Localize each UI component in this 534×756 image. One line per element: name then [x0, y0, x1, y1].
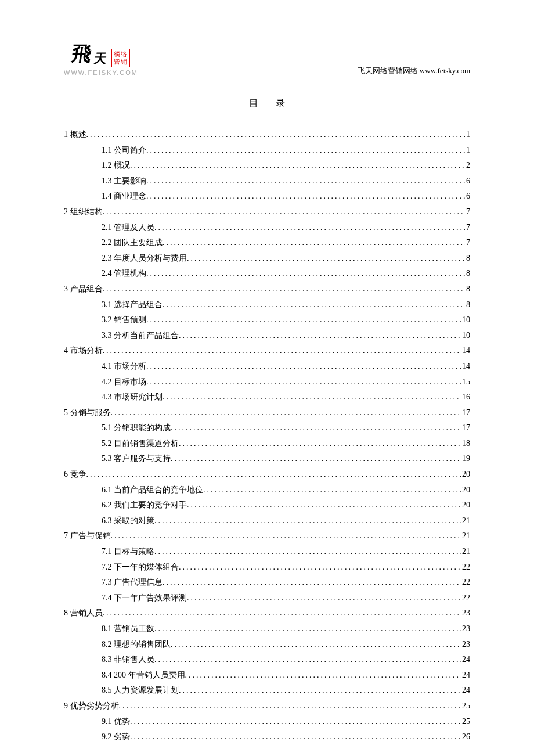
toc-page-number: 14	[461, 359, 470, 375]
toc-page-number: 1	[465, 143, 470, 159]
toc-entry: 4.3 市场研究计划16	[64, 390, 470, 405]
toc-label: 1.3 主要影响	[102, 174, 146, 189]
logo-url: WWW.FEISKY.COM	[64, 69, 138, 76]
toc-leader-dots	[146, 189, 465, 204]
toc-entry: 4.1 市场分析14	[64, 359, 470, 375]
toc-label: 8.2 理想的销售团队	[102, 637, 171, 653]
toc-label: 8.5 人力资源发展计划	[102, 683, 179, 699]
toc-label: 4.2 目标市场	[102, 375, 146, 390]
toc-leader-dots	[86, 467, 461, 483]
toc-entry: 8.5 人力资源发展计划24	[64, 683, 470, 699]
toc-page-number: 23	[461, 621, 470, 637]
toc-label: 2 组织结构	[64, 204, 103, 220]
toc-page-number: 23	[461, 637, 470, 653]
toc-leader-dots	[154, 621, 461, 637]
toc-leader-dots	[187, 498, 461, 513]
toc-label: 4.1 市场分析	[102, 359, 146, 375]
toc-entry: 7 广告与促销21	[64, 528, 470, 544]
toc-label: 1 概述	[64, 127, 86, 143]
toc-label: 8 营销人员	[64, 606, 103, 621]
toc-entry: 5.3 客户服务与支持19	[64, 451, 470, 467]
toc-entry: 5.2 目前销售渠道分析18	[64, 436, 470, 452]
toc-entry: 9.2 劣势26	[64, 729, 470, 745]
toc-page-number: 24	[461, 668, 470, 683]
toc-leader-dots	[179, 560, 461, 575]
toc-label: 6.3 采取的对策	[102, 513, 154, 529]
toc-page-number: 25	[461, 714, 470, 730]
toc-page-number: 22	[461, 591, 470, 606]
toc-leader-dots	[171, 420, 461, 436]
toc-page-number: 2	[465, 158, 470, 174]
toc-entry: 8.2 理想的销售团队23	[64, 637, 470, 653]
toc-entry: 1 概述1	[64, 127, 470, 143]
toc-label: 7.3 广告代理信息	[102, 575, 163, 591]
toc-leader-dots	[146, 359, 461, 375]
toc-label: 5.3 客户服务与支持	[102, 451, 171, 467]
toc-entry: 1.1 公司简介1	[64, 143, 470, 159]
toc-page-number: 22	[461, 560, 470, 575]
toc-leader-dots	[146, 312, 461, 328]
toc-entry: 7.4 下一年广告效果评测22	[64, 591, 470, 606]
toc-entry: 9 优势劣势分析25	[64, 699, 470, 714]
toc-leader-dots	[146, 375, 461, 390]
page-header: 飛 天 網络 營销 WWW.FEISKY.COM 飞天网络营销网络 www.fe…	[64, 41, 470, 80]
toc-leader-dots	[103, 343, 461, 359]
toc-page-number: 24	[461, 652, 470, 668]
toc-entry: 1.4 商业理念6	[64, 189, 470, 204]
toc-label: 2.4 管理机构	[102, 266, 146, 282]
toc-page-number: 20	[461, 467, 470, 483]
toc-leader-dots	[146, 174, 465, 189]
toc-label: 2.3 年度人员分析与费用	[102, 251, 187, 267]
logo-red-stamp: 網络 營销	[111, 49, 130, 67]
toc-page-number: 21	[461, 544, 470, 560]
toc-label: 5.2 目前销售渠道分析	[102, 436, 179, 452]
toc-label: 1.4 商业理念	[102, 189, 146, 204]
toc-leader-dots	[163, 297, 465, 313]
toc-leader-dots	[171, 451, 461, 467]
toc-label: 7 广告与促销	[64, 528, 111, 544]
toc-page-number: 25	[461, 699, 470, 714]
toc-label: 5 分销与服务	[64, 405, 111, 421]
toc-label: 1.2 概况	[102, 158, 130, 174]
toc-leader-dots	[119, 699, 461, 714]
toc-leader-dots	[179, 436, 461, 452]
toc-leader-dots	[103, 282, 466, 297]
toc-page-number: 7	[465, 220, 470, 236]
toc-page-number: 24	[461, 683, 470, 699]
toc-page-number: 8	[465, 297, 470, 313]
toc-leader-dots	[103, 606, 461, 621]
logo-red-line-1: 網络	[114, 51, 128, 58]
toc-leader-dots	[163, 390, 461, 405]
toc-label: 8.3 非销售人员	[102, 652, 154, 668]
toc-leader-dots	[103, 204, 466, 220]
toc-leader-dots	[130, 729, 461, 745]
toc-page-number: 10	[461, 328, 470, 344]
toc-label: 6.1 当前产品组合的竞争地位	[102, 483, 203, 498]
toc-page-number: 6	[465, 174, 470, 189]
toc-entry: 1.3 主要影响6	[64, 174, 470, 189]
toc-label: 1.1 公司简介	[102, 143, 146, 159]
toc-entry: 8.3 非销售人员24	[64, 652, 470, 668]
toc-page-number: 22	[461, 575, 470, 591]
toc-entry: 6.3 采取的对策21	[64, 513, 470, 529]
toc-entry: 2.2 团队主要组成7	[64, 235, 470, 251]
toc-entry: 3 产品组合8	[64, 282, 470, 297]
toc-page-number: 26	[461, 729, 470, 745]
toc-page-number: 7	[465, 204, 470, 220]
toc-entry: 3.2 销售预测10	[64, 312, 470, 328]
toc-entry: 7.3 广告代理信息22	[64, 575, 470, 591]
toc-leader-dots	[163, 235, 465, 251]
toc-page-number: 7	[465, 235, 470, 251]
toc-leader-dots	[187, 251, 465, 267]
toc-leader-dots	[185, 668, 461, 683]
toc-entry: 9.1 优势25	[64, 714, 470, 730]
toc-leader-dots	[154, 544, 461, 560]
toc-entry: 4 市场分析14	[64, 343, 470, 359]
toc-entry: 3.3 分析当前产品组合10	[64, 328, 470, 344]
toc-label: 4.3 市场研究计划	[102, 390, 163, 405]
toc-entry: 2.4 管理机构8	[64, 266, 470, 282]
toc-page-number: 20	[461, 483, 470, 498]
toc-label: 8.4 200 年营销人员费用	[102, 668, 185, 683]
toc-label: 9.1 优势	[102, 714, 130, 730]
logo-red-line-2: 營销	[114, 58, 128, 66]
